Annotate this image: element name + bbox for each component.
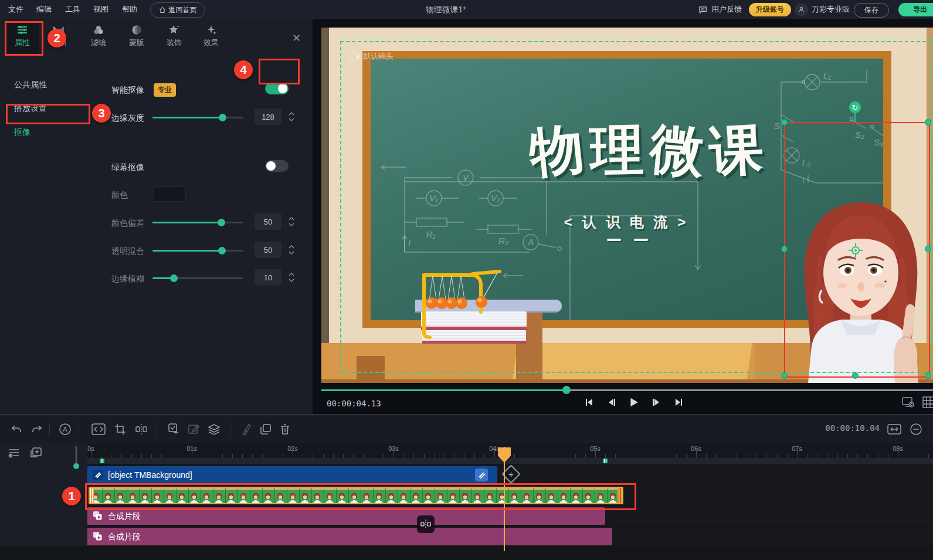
- save-button[interactable]: 保存: [854, 3, 889, 18]
- timeline-toolbar: A 00:00:10.04: [0, 414, 933, 443]
- tab-properties-label: 属性: [15, 38, 30, 48]
- add-keyframe-diamond[interactable]: [501, 464, 521, 484]
- skip-end-button[interactable]: [671, 395, 686, 409]
- alpha-blend-label: 透明混合: [111, 246, 144, 257]
- background-clip[interactable]: [object TMBackground]: [87, 466, 497, 484]
- resize-handle-s[interactable]: [852, 372, 859, 379]
- newtons-cradle: [403, 245, 538, 344]
- prev-frame-button[interactable]: [605, 395, 619, 409]
- avatar-video-clip[interactable]: [89, 487, 623, 504]
- next-frame-button[interactable]: [649, 395, 663, 409]
- chalk-label-r1: R₁: [426, 229, 436, 239]
- resize-handle-se[interactable]: [925, 372, 931, 379]
- back-home-button[interactable]: 返回首页: [150, 2, 205, 18]
- crop-icon[interactable]: [113, 422, 128, 437]
- copy-icon[interactable]: [258, 422, 273, 437]
- track-row-1: ❯ 轨道1 合成片段: [0, 527, 933, 547]
- alpha-blend-value[interactable]: 50: [255, 242, 281, 258]
- green-screen-toggle[interactable]: [265, 160, 289, 172]
- tab-decorations[interactable]: 装饰: [158, 22, 191, 53]
- snapshot-icon[interactable]: [902, 396, 915, 408]
- preview-progress-knob[interactable]: [562, 386, 571, 394]
- grid-view-icon[interactable]: [922, 396, 933, 408]
- menu-file[interactable]: 文件: [8, 0, 23, 19]
- fit-timeline-icon[interactable]: [887, 422, 902, 437]
- tab-filters[interactable]: 滤镜: [82, 22, 115, 53]
- timeline-marker[interactable]: [603, 459, 608, 463]
- code-mode-icon[interactable]: [91, 422, 106, 437]
- split-icon[interactable]: [134, 422, 149, 437]
- smart-matting-label: 智能抠像: [111, 85, 144, 96]
- current-time: 00:00:04.13: [327, 399, 381, 408]
- composite-clip-2[interactable]: 合成片段: [87, 507, 605, 525]
- upgrade-account-button[interactable]: 升级账号: [749, 3, 791, 16]
- resize-handle-e[interactable]: [925, 246, 931, 252]
- color-dev-spinner[interactable]: [287, 213, 296, 230]
- rotate-handle[interactable]: ↻: [849, 101, 861, 113]
- background-clip-icon: [93, 470, 103, 480]
- edge-gray-spinner[interactable]: [287, 108, 296, 125]
- auto-subtitle-icon[interactable]: A: [57, 422, 73, 437]
- menu-help[interactable]: 帮助: [122, 0, 137, 19]
- timeline-marker[interactable]: [100, 459, 104, 463]
- edge-gray-slider[interactable]: [152, 113, 243, 121]
- menu-view[interactable]: 视图: [93, 0, 108, 19]
- split-cursor-tooltip: [417, 515, 435, 533]
- transport-controls: [582, 395, 686, 409]
- nav-matting[interactable]: 抠像: [14, 127, 30, 138]
- tab-effects[interactable]: 效果: [195, 22, 228, 53]
- tab-masks[interactable]: 蒙版: [120, 22, 153, 53]
- color-dev-slider[interactable]: [152, 218, 243, 226]
- edge-blur-slider[interactable]: [152, 274, 243, 282]
- filter-icon: [93, 22, 104, 35]
- delete-icon[interactable]: [277, 422, 293, 437]
- format-brush-icon[interactable]: [239, 422, 255, 437]
- track-height-slider[interactable]: [73, 445, 76, 469]
- close-panel-icon[interactable]: ✕: [292, 32, 301, 45]
- feedback-button[interactable]: 用户反馈: [711, 0, 742, 19]
- add-track-icon[interactable]: [30, 447, 42, 458]
- pro-badge: 专业: [154, 83, 176, 97]
- resize-handle-nw[interactable]: [781, 119, 788, 125]
- panel-tab-bar: 属性 转场 滤镜 蒙版 装饰: [0, 19, 313, 55]
- edge-blur-value[interactable]: 10: [255, 269, 281, 286]
- ruler-marker-strip: [87, 458, 933, 464]
- export-button[interactable]: 导出: [898, 3, 933, 16]
- color-dev-value[interactable]: 50: [255, 213, 281, 230]
- menu-tools[interactable]: 工具: [65, 0, 80, 19]
- select-check-icon[interactable]: [167, 422, 182, 437]
- feedback-icon: [698, 5, 707, 14]
- nav-common-properties[interactable]: 公共属性: [14, 80, 47, 90]
- alpha-blend-slider[interactable]: [152, 246, 243, 254]
- key-color-swatch[interactable]: [154, 186, 186, 202]
- composite-clip-1[interactable]: 合成片段: [87, 528, 612, 545]
- background-clip-badge-icon[interactable]: [475, 469, 488, 481]
- resize-handle-w[interactable]: [781, 246, 788, 252]
- edge-blur-spinner[interactable]: [287, 269, 296, 286]
- anchor-crosshair[interactable]: [849, 243, 863, 257]
- redo-icon[interactable]: [29, 422, 45, 437]
- undo-icon[interactable]: [9, 422, 24, 437]
- track-row-background: 背景 [object TMBackground] +: [0, 465, 933, 486]
- layers-icon[interactable]: [206, 422, 222, 437]
- menu-edit[interactable]: 编辑: [36, 0, 52, 19]
- tab-properties[interactable]: 属性: [6, 22, 39, 53]
- nav-playback-settings[interactable]: 播放设置: [14, 103, 47, 114]
- zoom-out-icon[interactable]: [908, 422, 924, 437]
- edit-clip-icon[interactable]: [186, 422, 202, 437]
- smart-matting-toggle[interactable]: [265, 83, 289, 94]
- scene-canvas[interactable]: V V₁ V₂ R₁ R₂ A I L₁ L₂ S S₂ S₃ 物理微课 < 认…: [321, 28, 933, 383]
- composite-clip-1-label: 合成片段: [108, 528, 141, 545]
- clip-left-handle[interactable]: [90, 488, 94, 503]
- resize-handle-sw[interactable]: [781, 372, 788, 379]
- preview-progress-fill: [321, 389, 566, 391]
- clip-right-handle[interactable]: [618, 488, 622, 503]
- alpha-blend-spinner[interactable]: [287, 242, 296, 258]
- resize-handle-ne[interactable]: [925, 119, 931, 125]
- track-manager-icon[interactable]: [8, 447, 20, 458]
- edge-gray-value[interactable]: 128: [255, 108, 281, 125]
- annotation-step-1: 1: [62, 487, 81, 505]
- play-button[interactable]: [627, 395, 641, 409]
- skip-start-button[interactable]: [582, 395, 596, 409]
- user-avatar-icon[interactable]: [795, 3, 808, 16]
